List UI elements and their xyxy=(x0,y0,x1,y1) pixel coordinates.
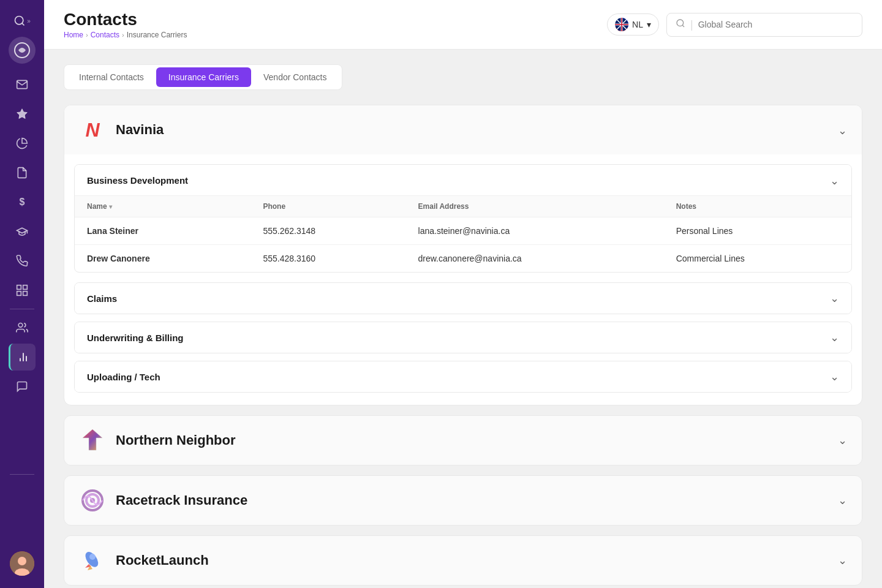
contact-2-phone[interactable]: 555.428.3160 xyxy=(251,245,405,273)
col-email: Email Address xyxy=(406,196,664,217)
dept-business-development-header[interactable]: Business Development ⌃ xyxy=(75,165,851,195)
contacts-table: Name▾ Phone Email Address Notes Lana Ste… xyxy=(75,195,851,272)
header-left: Contacts Home › Contacts › Insurance Car… xyxy=(64,10,187,39)
carrier-northern-neighbor-header[interactable]: Northern Neighbor ⌄ xyxy=(64,416,862,465)
dept-underwriting-chevron: ⌄ xyxy=(830,331,839,344)
dept-uploading: Uploading / Tech ⌄ xyxy=(74,361,852,393)
carrier-navinia-body: Business Development ⌃ Name▾ Phone Email… xyxy=(64,164,862,405)
carrier-navinia-name: Navinia xyxy=(116,122,164,138)
carrier-rocketlaunch-header[interactable]: RocketLaunch ⌄ xyxy=(64,536,862,585)
svg-point-8 xyxy=(18,323,23,328)
racetrack-logo xyxy=(79,487,106,514)
document-icon[interactable] xyxy=(9,159,36,186)
breadcrumb: Home › Contacts › Insurance Carriers xyxy=(64,31,187,39)
carrier-racetrack-header[interactable]: Racetrack Insurance ⌄ xyxy=(64,476,862,525)
svg-point-31 xyxy=(89,554,96,560)
breadcrumb-contacts[interactable]: Contacts xyxy=(91,31,119,39)
star-icon[interactable] xyxy=(9,100,36,127)
dept-underwriting-header[interactable]: Underwriting & Billing ⌄ xyxy=(75,322,851,353)
app-logo[interactable] xyxy=(9,37,36,64)
carrier-racetrack-name: Racetrack Insurance xyxy=(116,492,247,508)
tab-internal-contacts[interactable]: Internal Contacts xyxy=(67,67,156,87)
contact-2-email[interactable]: drew.canonere@navinia.ca xyxy=(406,245,664,273)
global-search-bar[interactable]: | xyxy=(666,13,862,37)
dept-claims-header[interactable]: Claims ⌄ xyxy=(75,283,851,314)
carrier-rocketlaunch: RocketLaunch ⌄ xyxy=(64,535,862,586)
dept-underwriting-name: Underwriting & Billing xyxy=(87,333,184,343)
pie-chart-icon[interactable] xyxy=(9,130,36,157)
svg-rect-5 xyxy=(23,285,28,290)
education-icon[interactable] xyxy=(9,218,36,245)
breadcrumb-home[interactable]: Home xyxy=(64,31,83,39)
dept-claims-name: Claims xyxy=(87,293,117,304)
chat-icon[interactable] xyxy=(9,373,36,400)
breadcrumb-sep-2: › xyxy=(122,31,124,39)
dept-uploading-chevron: ⌄ xyxy=(830,370,839,383)
sidebar: » $ xyxy=(0,0,44,588)
svg-point-13 xyxy=(18,557,26,565)
contact-1-name[interactable]: Lana Steiner xyxy=(75,217,251,245)
carrier-racetrack-left: Racetrack Insurance xyxy=(79,487,247,514)
svg-point-0 xyxy=(15,17,23,24)
language-dropdown-icon: ▾ xyxy=(647,20,651,29)
page-header: Contacts Home › Contacts › Insurance Car… xyxy=(44,0,882,50)
inbox-icon[interactable] xyxy=(9,71,36,98)
navinia-logo: N xyxy=(79,116,106,143)
carrier-racetrack: Racetrack Insurance ⌄ xyxy=(64,475,862,526)
tab-bar: Internal Contacts Insurance Carriers Ven… xyxy=(64,64,342,90)
col-notes: Notes xyxy=(664,196,851,217)
header-right: NL ▾ | xyxy=(607,13,862,37)
carrier-northern-neighbor: Northern Neighbor ⌄ xyxy=(64,415,862,466)
col-name[interactable]: Name▾ xyxy=(75,196,251,217)
northern-neighbor-chevron-icon: ⌄ xyxy=(838,434,847,447)
dept-business-development-name: Business Development xyxy=(87,175,188,186)
network-icon[interactable] xyxy=(9,277,36,304)
svg-marker-3 xyxy=(17,109,28,119)
dept-claims-chevron: ⌄ xyxy=(830,292,839,305)
rocketlaunch-chevron-icon: ⌄ xyxy=(838,554,847,567)
divider xyxy=(10,309,34,309)
svg-rect-4 xyxy=(17,285,21,290)
users-icon[interactable] xyxy=(9,314,36,341)
svg-rect-6 xyxy=(17,292,21,296)
table-row: Lana Steiner 555.262.3148 lana.steiner@n… xyxy=(75,217,851,245)
dept-business-development-chevron: ⌃ xyxy=(830,173,839,187)
breadcrumb-sep-1: › xyxy=(86,31,88,39)
main-area: Contacts Home › Contacts › Insurance Car… xyxy=(44,0,882,588)
chart-bar-icon[interactable] xyxy=(9,344,36,371)
breadcrumb-current: Insurance Carriers xyxy=(127,31,187,39)
carrier-rocketlaunch-left: RocketLaunch xyxy=(79,547,209,574)
svg-line-23 xyxy=(682,25,684,27)
carrier-navinia-header[interactable]: N Navinia ⌃ xyxy=(64,105,862,154)
dept-business-development-body: Name▾ Phone Email Address Notes Lana Ste… xyxy=(75,195,851,272)
carrier-northern-neighbor-name: Northern Neighbor xyxy=(116,432,236,448)
svg-point-22 xyxy=(677,20,684,26)
contact-1-email[interactable]: lana.steiner@navinia.ca xyxy=(406,217,664,245)
svg-line-1 xyxy=(22,23,24,26)
page-content: Internal Contacts Insurance Carriers Ven… xyxy=(44,50,882,588)
dollar-icon[interactable]: $ xyxy=(9,189,36,216)
tab-insurance-carriers[interactable]: Insurance Carriers xyxy=(156,67,251,87)
tab-vendor-contacts[interactable]: Vendor Contacts xyxy=(251,67,339,87)
dept-claims: Claims ⌄ xyxy=(74,282,852,314)
contact-2-notes: Commercial Lines xyxy=(664,245,851,273)
carrier-rocketlaunch-name: RocketLaunch xyxy=(116,552,209,568)
language-flag xyxy=(615,18,628,31)
language-code: NL xyxy=(632,20,643,29)
dept-uploading-header[interactable]: Uploading / Tech ⌄ xyxy=(75,361,851,392)
search-divider: | xyxy=(690,18,693,31)
svg-marker-25 xyxy=(83,429,102,450)
table-row: Drew Canonere 555.428.3160 drew.canonere… xyxy=(75,245,851,273)
language-selector[interactable]: NL ▾ xyxy=(607,13,659,36)
dept-underwriting: Underwriting & Billing ⌄ xyxy=(74,322,852,353)
page-title: Contacts xyxy=(64,10,187,29)
phone-icon[interactable] xyxy=(9,247,36,274)
dept-business-development: Business Development ⌃ Name▾ Phone Email… xyxy=(74,164,852,273)
navinia-chevron-icon: ⌃ xyxy=(838,123,847,137)
search-expand-icon[interactable]: » xyxy=(9,7,36,34)
contact-2-name[interactable]: Drew Canonere xyxy=(75,245,251,273)
global-search-input[interactable] xyxy=(698,20,853,29)
contact-1-phone[interactable]: 555.262.3148 xyxy=(251,217,405,245)
avatar[interactable] xyxy=(10,551,34,576)
rocketlaunch-logo xyxy=(79,547,106,574)
